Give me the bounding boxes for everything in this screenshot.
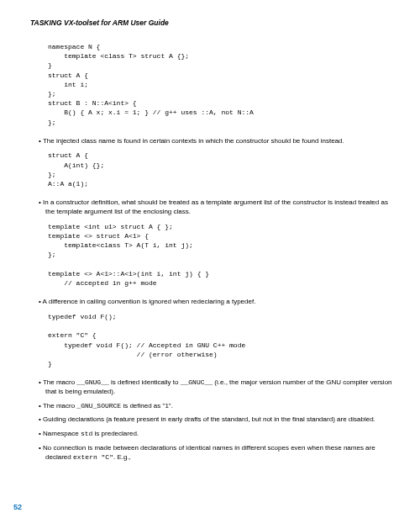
text: . E.g., xyxy=(113,453,131,461)
bullet-injected-class: The injected class name is found in cert… xyxy=(37,137,396,146)
code-block-2: struct A { A(int) {}; }; A::A a(1); xyxy=(48,151,396,188)
page-title: TASKING VX-toolset for ARM User Guide xyxy=(30,18,396,27)
code-block-1: namespace N { template <class T> struct … xyxy=(48,42,396,127)
bullet-constructor-def: In a constructor definition, what should… xyxy=(37,198,396,217)
text: is defined identically to xyxy=(109,378,181,386)
macro-name: __GNUG__ xyxy=(76,378,108,386)
bullet-gnu-source: The macro _GNU_SOURCE is defined as "1". xyxy=(37,402,396,411)
bullet-calling-convention: A difference in calling convention is ig… xyxy=(37,298,396,307)
namespace-name: std xyxy=(81,430,92,437)
page-number: 52 xyxy=(13,503,22,511)
text: The macro xyxy=(43,402,76,410)
bullet-namespace-std: Namespace std is predeclared. xyxy=(37,430,396,439)
text: The macro xyxy=(43,378,76,386)
text: Namespace xyxy=(43,430,81,437)
code-block-3: template <int u1> struct A { }; template… xyxy=(48,222,396,288)
text: is predeclared. xyxy=(92,430,139,437)
bullet-gnug-macro: The macro __GNUG__ is defined identicall… xyxy=(37,378,396,397)
macro-name: __GNUC__ xyxy=(181,378,213,386)
bullet-extern-c: No connection is made between declaratio… xyxy=(37,444,396,462)
macro-name: _GNU_SOURCE xyxy=(76,402,121,410)
bullet-guiding-decl: Guiding declarations (a feature present … xyxy=(37,415,396,425)
extern-c: extern "C" xyxy=(73,453,113,461)
code-block-4: typedef void F(); extern "C" { typedef v… xyxy=(48,312,396,368)
text: is defined as "1". xyxy=(121,402,173,410)
